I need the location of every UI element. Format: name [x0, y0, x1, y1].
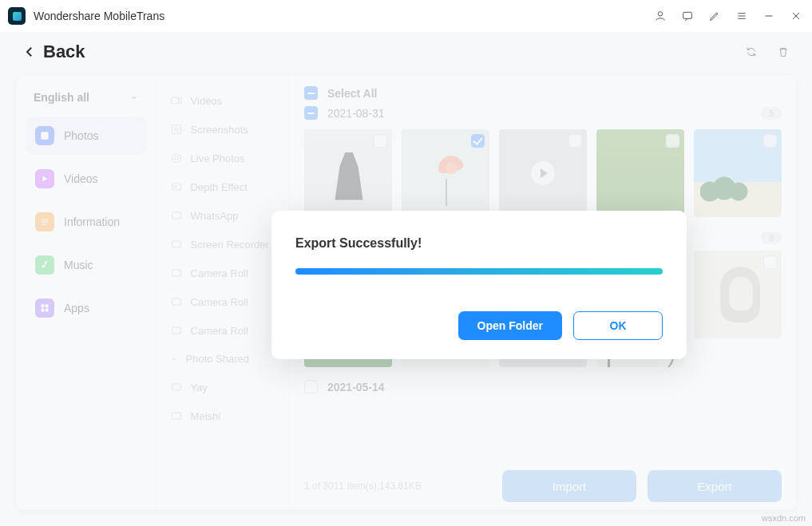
progress-bar	[295, 268, 663, 275]
app-logo	[8, 7, 26, 25]
svg-rect-1	[683, 12, 692, 18]
trash-icon[interactable]	[777, 45, 790, 58]
refresh-icon[interactable]	[745, 45, 758, 58]
export-success-modal: Export Successfully! Open Folder OK	[271, 211, 687, 359]
menu-icon[interactable]	[735, 10, 748, 22]
ok-button[interactable]: OK	[573, 311, 663, 340]
back-row: Back	[0, 32, 812, 73]
close-icon[interactable]	[790, 10, 802, 22]
titlebar: Wondershare MobileTrans	[0, 0, 812, 32]
modal-actions: Open Folder OK	[295, 311, 663, 340]
minimize-icon[interactable]	[762, 10, 775, 22]
titlebar-right	[654, 10, 802, 22]
open-folder-button[interactable]: Open Folder	[458, 311, 562, 340]
modal-title: Export Successfully!	[295, 236, 663, 251]
back-tools	[745, 45, 790, 58]
svg-point-0	[658, 12, 662, 16]
feedback-icon[interactable]	[681, 10, 694, 22]
watermark: wsxdn.com	[762, 513, 806, 523]
back-button[interactable]: Back	[22, 42, 85, 62]
chevron-left-icon	[22, 45, 37, 59]
back-label: Back	[43, 42, 85, 62]
edit-icon[interactable]	[708, 10, 721, 22]
app-title: Wondershare MobileTrans	[34, 10, 164, 22]
account-icon[interactable]	[654, 10, 667, 22]
titlebar-left: Wondershare MobileTrans	[8, 7, 164, 25]
